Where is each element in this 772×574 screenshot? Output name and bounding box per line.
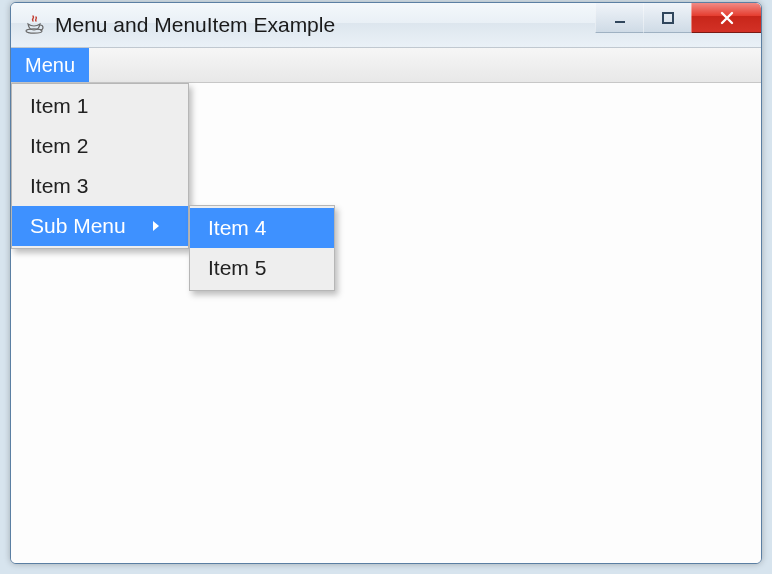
svg-rect-1 <box>615 21 625 23</box>
menu-item-label: Item 4 <box>208 208 266 248</box>
close-button[interactable] <box>691 3 761 33</box>
menu-item-label: Item 5 <box>208 248 266 288</box>
content-area: Item 1 Item 2 Item 3 Sub Menu Item 4 Ite… <box>11 83 761 564</box>
maximize-icon <box>661 11 675 25</box>
menu-item-label: Item 3 <box>30 166 88 206</box>
window-title: Menu and MenuItem Example <box>55 13 335 37</box>
submenu-item[interactable]: Sub Menu <box>12 206 188 246</box>
main-menu-popup: Item 1 Item 2 Item 3 Sub Menu <box>11 83 189 249</box>
maximize-button[interactable] <box>643 3 691 33</box>
menu-item-label: Item 1 <box>30 86 88 126</box>
menu-item-label: Sub Menu <box>30 206 126 246</box>
submenu-item-5[interactable]: Item 5 <box>190 248 334 288</box>
menu-item-2[interactable]: Item 2 <box>12 126 188 166</box>
titlebar[interactable]: Menu and MenuItem Example <box>11 3 761 48</box>
sub-menu-popup: Item 4 Item 5 <box>189 205 335 291</box>
menu-item-3[interactable]: Item 3 <box>12 166 188 206</box>
menu-item-label: Item 2 <box>30 126 88 166</box>
submenu-arrow-icon <box>152 220 160 232</box>
menubar: Menu <box>11 48 761 83</box>
window-controls <box>595 3 761 33</box>
close-icon <box>719 10 735 26</box>
menu-button[interactable]: Menu <box>11 48 89 82</box>
minimize-icon <box>613 11 627 25</box>
submenu-item-4[interactable]: Item 4 <box>190 208 334 248</box>
java-icon <box>23 14 45 36</box>
svg-rect-2 <box>663 13 673 23</box>
application-window: Menu and MenuItem Example Menu <box>10 2 762 564</box>
menu-item-1[interactable]: Item 1 <box>12 86 188 126</box>
minimize-button[interactable] <box>595 3 643 33</box>
